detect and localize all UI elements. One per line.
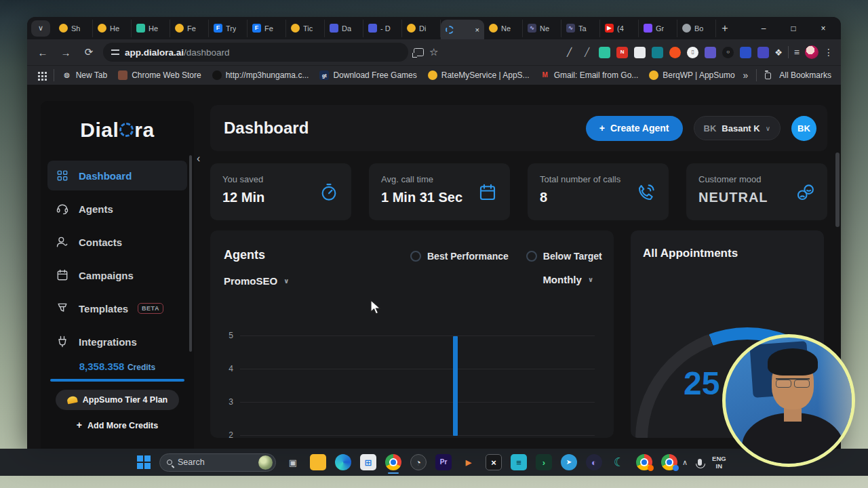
tray-chevron-up-icon[interactable]: ∧ [682, 458, 688, 467]
new-badge-extension-icon[interactable]: N [616, 47, 628, 58]
browser-tab[interactable]: Sh [54, 20, 93, 37]
browser-tab[interactable]: F Fe [248, 20, 286, 37]
browser-tab[interactable]: ∿ Ne [523, 20, 561, 37]
active-tab[interactable]: × [441, 20, 484, 39]
browser-menu-icon[interactable]: ⋮ [824, 47, 834, 58]
site-info-icon[interactable] [111, 49, 119, 55]
windows-start-icon[interactable] [137, 455, 151, 469]
radio-below-target[interactable]: Below Target [526, 251, 602, 262]
pen-extension-icon[interactable]: ╱ [564, 47, 575, 58]
drop-extension-icon[interactable]: ○ [722, 47, 734, 58]
sidebar-item-integrations[interactable]: Integrations [47, 327, 187, 357]
telegram-icon[interactable]: ➤ [561, 454, 577, 470]
sidebar-item-templates[interactable]: Templates BETA [47, 293, 187, 323]
sidebar-item-contacts[interactable]: Contacts [47, 227, 187, 257]
sidebar-item-agents[interactable]: Agents [47, 194, 187, 224]
bookmark-item[interactable]: M Gmail: Email from Go... [540, 70, 639, 80]
browser-tab[interactable]: Gr [639, 20, 677, 37]
reload-button[interactable]: ⟳ [80, 43, 98, 61]
bookmark-star-icon[interactable]: ☆ [429, 46, 438, 58]
browser-tab[interactable]: F Try [209, 20, 248, 37]
create-agent-button[interactable]: + Create Agent [586, 116, 683, 141]
teal-extension-icon[interactable] [652, 47, 663, 58]
capcut-icon[interactable]: × [486, 454, 502, 470]
back-button[interactable]: ← [34, 43, 52, 61]
avatar[interactable]: BK [791, 116, 816, 141]
bookmark-item[interactable]: ◍ New Tab [62, 70, 107, 80]
browser-tab[interactable]: He [93, 20, 132, 37]
forward-button[interactable]: → [57, 43, 75, 61]
browser-tab[interactable]: Fe [170, 20, 209, 37]
flame-extension-icon[interactable] [669, 47, 681, 58]
plan-button[interactable]: AppSumo Tier 4 Plan [56, 390, 179, 410]
sidebar-item-dashboard[interactable]: Dashboard [47, 161, 187, 190]
browser-tab[interactable]: Bo [677, 20, 716, 37]
language-indicator[interactable]: ENGIN [712, 455, 726, 470]
premiere-icon[interactable]: Pr [435, 454, 452, 470]
address-bar[interactable]: app.dialora.ai/dashboard [103, 43, 408, 62]
edge-icon[interactable] [335, 454, 351, 470]
user-menu[interactable]: BK Basant K ∨ [694, 116, 781, 140]
bookmark-item[interactable]: Chrome Web Store [118, 70, 201, 80]
sidebar-item-campaigns[interactable]: Campaigns [47, 260, 187, 290]
browser-tab[interactable]: Ne [484, 20, 523, 37]
taskbar-search[interactable]: Search [159, 453, 276, 472]
credits-amount: 8,358.358 [79, 361, 125, 372]
bookmark-item[interactable]: http://mp3hungama.c... [212, 70, 309, 80]
tab-title: Fe [264, 24, 273, 33]
bookmark-item[interactable]: gt Download Free Games [319, 70, 416, 80]
bookmarks-overflow-chevron[interactable]: » [743, 70, 749, 81]
terminal-icon[interactable]: › [536, 454, 552, 470]
chrome-icon[interactable] [385, 454, 401, 470]
task-view-icon[interactable]: ▣ [285, 454, 301, 470]
browser-tab[interactable]: ∿ Ta [561, 20, 600, 37]
side-panel-icon[interactable]: ≡ [794, 47, 800, 58]
close-button[interactable]: × [810, 19, 837, 38]
blue-extension-icon[interactable] [740, 47, 751, 58]
profile-avatar[interactable] [805, 45, 818, 59]
new-tab-button[interactable]: + [716, 20, 734, 37]
browser-tab[interactable]: - D [363, 20, 402, 37]
phone-circle-extension-icon[interactable]: ▯ [687, 47, 698, 58]
person-hair [768, 348, 818, 375]
sidebar-scrollbar-thumb[interactable] [189, 155, 192, 352]
green-shield-extension-icon[interactable] [599, 47, 610, 58]
maximize-button[interactable]: □ [780, 19, 807, 38]
sidebar-collapse-chevron[interactable]: ‹ [197, 152, 200, 165]
radio-best-performance[interactable]: Best Performance [410, 251, 509, 262]
all-bookmarks-button[interactable]: All Bookmarks [779, 70, 831, 80]
page-scrollbar-thumb[interactable] [835, 152, 840, 227]
browser-tab[interactable]: Di [402, 20, 441, 37]
add-credits-button[interactable]: +Add More Credits [41, 420, 194, 430]
file-explorer-icon[interactable] [310, 454, 326, 470]
chrome-blue-profile-icon[interactable] [661, 454, 677, 470]
bookmark-item[interactable]: RateMyService | AppS... [428, 70, 530, 80]
waves-icon[interactable]: ☾ [611, 454, 627, 470]
tab-close-icon[interactable]: × [475, 26, 479, 34]
send-to-device-icon[interactable] [414, 48, 424, 56]
extensions-puzzle-icon[interactable]: ❖ [774, 47, 783, 58]
tab-favicon [136, 24, 145, 33]
indigo-extension-icon[interactable] [757, 47, 769, 58]
minimize-button[interactable]: – [750, 19, 777, 38]
browser-tab[interactable]: Da [325, 20, 363, 37]
y-axis-tick: 3 [218, 397, 233, 407]
microphone-icon[interactable] [698, 459, 702, 466]
browser-tab[interactable]: ▶ (4 [600, 20, 639, 37]
period-select-dropdown[interactable]: Monthly ∨ [542, 274, 593, 285]
chrome-orange-profile-icon[interactable] [636, 454, 652, 470]
apps-grid-icon[interactable] [38, 72, 40, 74]
agent-select-dropdown[interactable]: PromoSEO ∨ [224, 275, 289, 287]
planet-icon[interactable]: ◐ [586, 454, 602, 470]
browser-tab[interactable]: Tic [286, 20, 325, 37]
bird-icon[interactable]: ▸ [460, 454, 477, 470]
bookmark-item[interactable]: BerqWP | AppSumo [649, 70, 734, 80]
tab-search-button[interactable]: ∨ [31, 20, 50, 37]
notes-icon[interactable]: ≡ [511, 454, 527, 470]
page-extension-icon[interactable] [634, 47, 646, 58]
microsoft-store-icon[interactable]: ⊞ [360, 454, 376, 470]
eyedropper-extension-icon[interactable]: ╱ [581, 47, 593, 58]
obs-icon[interactable]: ◔ [410, 454, 427, 470]
browser-tab[interactable]: He [132, 20, 170, 37]
purple-extension-icon[interactable] [705, 47, 716, 58]
